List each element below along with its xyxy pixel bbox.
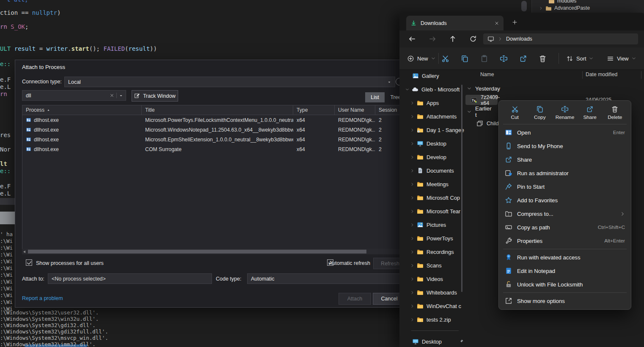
sidebar-item-videos[interactable]: Videos [401, 272, 474, 286]
sidebar-item-develop[interactable]: Develop [401, 150, 474, 164]
address-bar[interactable]: Downloads [483, 33, 638, 44]
quick-action-share[interactable]: Share [578, 105, 602, 120]
menu-item-run-as-administrator[interactable]: Run as administrator [501, 166, 629, 180]
up-button[interactable] [449, 35, 457, 43]
menu-item-unlock-with-file-locksmith[interactable]: Unlock with File Locksmith [501, 278, 629, 291]
share-button[interactable] [515, 51, 531, 66]
sidebar-item-documents[interactable]: Documents [401, 164, 474, 177]
tree-item-advancedpaste[interactable]: AdvancedPaste [539, 4, 590, 12]
new-tab-button[interactable] [509, 17, 520, 27]
menu-item-edit-in-notepad[interactable]: Edit in Notepad [501, 264, 629, 278]
sidebar-item-attachments[interactable]: Attachments [401, 110, 474, 123]
sidebar-item-apps[interactable]: Apps [401, 96, 474, 110]
menu-item-open[interactable]: OpenEnter [501, 126, 629, 139]
chevron-right-icon[interactable] [410, 277, 414, 281]
chevron-right-icon[interactable] [410, 128, 414, 132]
new-button[interactable]: New [404, 51, 439, 66]
chevron-right-icon[interactable] [410, 223, 414, 227]
chevron-right-icon[interactable] [410, 169, 414, 173]
tab-downloads[interactable]: Downloads [406, 16, 504, 30]
sidebar-item-pictures[interactable]: Pictures [401, 218, 474, 231]
chevron-right-icon[interactable] [410, 196, 414, 200]
sidebar-item-microsoft-tear[interactable]: Microsoft Tear [401, 204, 474, 218]
menu-item-share[interactable]: Share [501, 153, 629, 166]
track-window-button[interactable]: Track Window [132, 90, 178, 102]
view-button[interactable]: View [604, 51, 638, 66]
menu-item-compress-to[interactable]: Compress to... [501, 207, 629, 220]
quick-action-rename[interactable]: Rename [553, 105, 577, 120]
chevron-right-icon[interactable] [410, 291, 414, 295]
menu-item-run-with-elevated-access[interactable]: Run with elevated access [501, 251, 629, 264]
chevron-down-icon[interactable] [467, 86, 471, 91]
chevron-right-icon[interactable] [410, 155, 414, 159]
sidebar-item-meetings[interactable]: Meetings [401, 177, 474, 191]
sidebar-item-gallery[interactable]: Gallery [401, 69, 469, 83]
file-row-7z2409-x64[interactable]: 7z7z2409-x64 [471, 94, 500, 106]
clear-filter-icon[interactable] [110, 93, 114, 98]
sidebar-scrollbar[interactable] [461, 85, 462, 292]
sidebar-item-desktop[interactable]: Desktop [401, 137, 474, 150]
process-filter-input[interactable]: dll [22, 90, 126, 101]
this-pc-icon[interactable] [487, 36, 494, 42]
table-row[interactable]: dllhost.exeCOM Surrogatex64REDMOND\gk...… [22, 144, 425, 154]
attach-to-field[interactable]: <No process selected> [48, 273, 212, 284]
sidebar-item-microsoft-cop[interactable]: Microsoft Cop [401, 191, 474, 204]
chevron-right-icon[interactable] [410, 318, 414, 322]
file-group-header-earlier-t[interactable]: Earlier t [467, 106, 492, 118]
chevron-right-icon[interactable] [410, 209, 414, 213]
file-row-childl[interactable]: Childl [476, 118, 500, 129]
sidebar-item-recordings[interactable]: Recordings [401, 245, 474, 259]
view-list-toggle[interactable]: List [365, 92, 385, 102]
column-header-type[interactable]: Type [293, 105, 335, 115]
chevron-right-icon[interactable] [410, 115, 414, 118]
menu-item-copy-as-path[interactable]: Copy as pathCtrl+Shift+C [501, 220, 629, 234]
chevron-right-icon[interactable] [410, 142, 414, 146]
menu-item-send-to-my-phone[interactable]: Send to My Phone [501, 139, 629, 153]
breadcrumb-location[interactable]: Downloads [506, 36, 532, 42]
file-group-header-yesterday[interactable]: Yesterday [467, 83, 500, 94]
show-processes-checkbox[interactable] [26, 259, 32, 266]
report-problem-link[interactable]: Report a problem [22, 295, 63, 301]
connection-type-select[interactable]: Local [64, 77, 395, 87]
menu-item-properties[interactable]: PropertiesAlt+Enter [501, 234, 629, 248]
sidebar-item-gleb-microsoft[interactable]: Gleb - Microsoft [401, 83, 469, 96]
scrollbar-thumb[interactable] [28, 250, 366, 253]
sort-button[interactable]: Sort [564, 51, 596, 66]
chevron-down-icon[interactable] [467, 110, 471, 114]
quick-action-copy[interactable]: Copy [528, 105, 552, 120]
column-header-name[interactable]: Name [480, 72, 494, 77]
sidebar-item-windevchat-c[interactable]: WinDevChat c [401, 299, 474, 313]
sidebar-item-scans[interactable]: Scans [401, 259, 474, 272]
close-tab-icon[interactable] [494, 21, 499, 26]
table-row[interactable]: dllhost.exeMicrosoft.WindowsNotepad_11.2… [22, 125, 425, 135]
column-header-date-modified[interactable]: Date modified [586, 72, 617, 77]
quick-action-delete[interactable]: Delete [603, 105, 627, 120]
back-button[interactable] [408, 35, 416, 43]
rename-button[interactable] [495, 51, 512, 66]
sidebar-item-powertoys[interactable]: PowerToys [401, 231, 474, 245]
table-row[interactable]: dllhost.exeMicrosoft.PowerToys.FileLocks… [22, 115, 425, 125]
sidebar-item-desktop[interactable]: Desktop [401, 335, 469, 347]
forward-button[interactable] [429, 35, 436, 43]
refresh-button[interactable] [469, 35, 477, 43]
cut-button[interactable] [437, 51, 453, 66]
quick-action-cut[interactable]: Cut [503, 105, 527, 120]
sidebar-item-day-1-sangee[interactable]: Day 1 - Sangee [401, 123, 474, 137]
chevron-down-icon[interactable] [119, 94, 123, 98]
menu-item-show-more-options[interactable]: Show more options [501, 294, 629, 308]
copy-button[interactable] [457, 51, 473, 66]
chevron-right-icon[interactable] [410, 237, 414, 240]
column-divider[interactable] [641, 71, 641, 79]
menu-item-pin-to-start[interactable]: Pin to Start [501, 180, 629, 193]
chevron-right-icon[interactable] [410, 101, 414, 105]
chevron-right-icon[interactable] [410, 250, 414, 254]
table-row[interactable]: dllhost.exeMicrosoft.EpmShellExtension_1… [22, 135, 425, 144]
chevron-right-icon[interactable] [410, 304, 414, 308]
sidebar-item-tests-2-zip[interactable]: tests 2.zip [401, 313, 474, 326]
chevron-right-icon[interactable] [539, 6, 543, 10]
column-header-user-name[interactable]: User Name [335, 105, 375, 115]
column-header-title[interactable]: Title [142, 105, 293, 115]
column-header-process[interactable]: Process [22, 105, 142, 115]
attach-button[interactable]: Attach [339, 293, 371, 305]
chevron-right-icon[interactable] [410, 264, 414, 267]
